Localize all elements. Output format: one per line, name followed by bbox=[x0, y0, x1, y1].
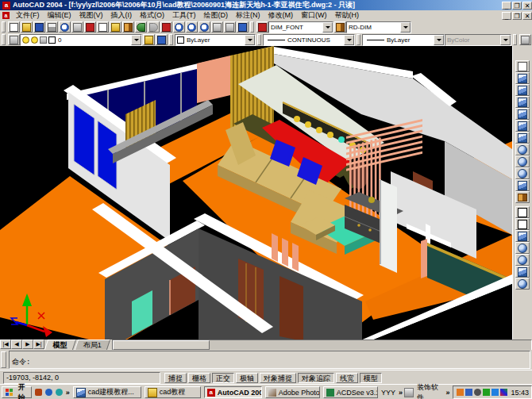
deco-toolbar-chevron[interactable]: » bbox=[444, 389, 451, 397]
layer-combo[interactable]: 0 bbox=[20, 34, 142, 46]
undo-button[interactable] bbox=[135, 21, 147, 33]
ortho-toggle[interactable]: 正交 bbox=[212, 373, 234, 383]
color-combo[interactable]: ByLayer bbox=[175, 34, 256, 46]
pan-realtime-button[interactable] bbox=[160, 21, 172, 33]
toolbar-grip[interactable] bbox=[2, 34, 6, 45]
doc-minimize-button[interactable]: _ bbox=[502, 12, 511, 20]
tray-icon-1[interactable] bbox=[457, 389, 464, 396]
snap-toggle[interactable]: 捕捉 bbox=[164, 373, 187, 383]
tray-icon-4[interactable] bbox=[483, 389, 490, 396]
task-autocad[interactable]: a AutoCAD 200... bbox=[204, 386, 262, 398]
task-cad-modeling[interactable]: cad建模教程... bbox=[73, 386, 141, 398]
front-view-button[interactable] bbox=[515, 120, 530, 132]
doc-restore-button[interactable]: ❐ bbox=[512, 12, 522, 20]
horizontal-scrollbar[interactable] bbox=[112, 340, 532, 351]
dimension-tool-button[interactable] bbox=[519, 34, 531, 45]
match-properties-button[interactable] bbox=[122, 21, 134, 33]
properties-button[interactable] bbox=[211, 21, 223, 33]
chevron-down-icon[interactable] bbox=[322, 22, 333, 33]
designcenter-button[interactable] bbox=[224, 21, 236, 33]
linetype-combo[interactable]: CONTINUOUS bbox=[263, 34, 355, 46]
tab-layout1[interactable]: 布局1 bbox=[75, 340, 110, 350]
tray-icon-6[interactable] bbox=[500, 389, 507, 396]
camera-button[interactable] bbox=[515, 191, 530, 203]
language-indicator[interactable]: YYY bbox=[380, 389, 397, 397]
otrack-toggle[interactable]: 对象追踪 bbox=[298, 373, 334, 383]
menu-insert[interactable]: 插入(I) bbox=[107, 10, 137, 21]
lineweight-combo[interactable]: ByLayer bbox=[362, 34, 445, 46]
top-view-button[interactable] bbox=[515, 72, 530, 84]
polar-toggle[interactable]: 极轴 bbox=[236, 373, 258, 383]
toolbar-grip[interactable] bbox=[513, 34, 517, 45]
task-photoshop[interactable]: Adobe Photo... bbox=[265, 386, 320, 398]
se-isometric-button[interactable] bbox=[515, 155, 530, 167]
start-button[interactable]: 开始 bbox=[2, 386, 32, 398]
toolbar-grip[interactable] bbox=[169, 34, 173, 45]
tray-icon-2[interactable] bbox=[465, 389, 472, 396]
gouraud-shaded-edges-button[interactable] bbox=[515, 278, 530, 290]
tab-model[interactable]: 模型 bbox=[44, 340, 76, 350]
model-paper-toggle[interactable]: 模型 bbox=[360, 373, 382, 383]
close-button[interactable]: ✕ bbox=[522, 2, 532, 10]
layers-dialog-button[interactable] bbox=[8, 34, 20, 45]
ne-isometric-button[interactable] bbox=[515, 167, 530, 179]
task-cad-folder[interactable]: cad教程 bbox=[145, 386, 201, 398]
zoom-previous-button[interactable] bbox=[199, 21, 210, 33]
sw-isometric-button[interactable] bbox=[515, 144, 530, 155]
toolbar-grip[interactable] bbox=[357, 34, 360, 45]
zoom-window-button[interactable] bbox=[186, 21, 198, 33]
hidden-view-button[interactable] bbox=[515, 230, 530, 242]
gouraud-shaded-button[interactable] bbox=[515, 254, 530, 266]
quicklaunch-icon-1[interactable] bbox=[35, 389, 42, 396]
back-view-button[interactable] bbox=[515, 132, 530, 144]
toolbar-grip[interactable] bbox=[2, 21, 6, 33]
menu-tools[interactable]: 工具(T) bbox=[168, 10, 200, 21]
save-button[interactable] bbox=[33, 21, 45, 33]
language-chevron[interactable]: » bbox=[397, 389, 404, 397]
grid-toggle[interactable]: 栅格 bbox=[188, 373, 210, 383]
wireframe-2d-button[interactable] bbox=[515, 206, 530, 218]
publish-button[interactable] bbox=[71, 21, 83, 33]
menu-dimension[interactable]: 标注(N) bbox=[232, 10, 264, 21]
deco-toolbar-label[interactable]: 装饰软件 bbox=[416, 382, 444, 399]
minimize-button[interactable]: _ bbox=[502, 2, 511, 10]
zoom-realtime-button[interactable] bbox=[173, 21, 185, 33]
osnap-toggle[interactable]: 对象捕捉 bbox=[260, 373, 296, 383]
drawing-canvas[interactable] bbox=[0, 46, 512, 340]
task-acdsee[interactable]: ACDSee v3.1... bbox=[323, 386, 378, 398]
chevron-down-icon[interactable] bbox=[344, 35, 354, 45]
text-style-icon[interactable] bbox=[256, 21, 268, 33]
nw-isometric-button[interactable] bbox=[515, 179, 530, 191]
tab-first-button[interactable]: |◀ bbox=[0, 340, 11, 349]
left-view-button[interactable] bbox=[515, 96, 530, 108]
dim-style-icon[interactable] bbox=[334, 21, 346, 33]
dim-style-combo[interactable]: RD-DIM bbox=[346, 21, 411, 33]
toolbar-grip[interactable] bbox=[250, 21, 254, 33]
tab-next-button[interactable]: ▶ bbox=[22, 340, 33, 349]
doc-close-button[interactable]: ✕ bbox=[522, 12, 532, 20]
toolbar-grip[interactable] bbox=[257, 34, 261, 45]
right-view-button[interactable] bbox=[515, 108, 530, 120]
chevron-down-icon[interactable] bbox=[131, 35, 141, 45]
plot-preview-button[interactable] bbox=[59, 21, 71, 33]
chevron-down-icon[interactable] bbox=[245, 35, 255, 45]
plot-button[interactable] bbox=[46, 21, 58, 33]
layer-previous-button[interactable] bbox=[156, 34, 168, 45]
new-button[interactable] bbox=[8, 21, 20, 33]
menu-file[interactable]: 文件(F) bbox=[12, 10, 44, 21]
menu-view[interactable]: 视图(V) bbox=[75, 10, 107, 21]
menu-window[interactable]: 窗口(W) bbox=[297, 10, 331, 21]
quicklaunch-icon-3[interactable] bbox=[56, 389, 63, 396]
menu-modify[interactable]: 修改(M) bbox=[264, 10, 298, 21]
make-object-layer-button[interactable] bbox=[143, 34, 155, 45]
chevron-down-icon[interactable] bbox=[434, 35, 444, 45]
text-style-combo[interactable]: DIM_FONT bbox=[268, 21, 333, 33]
tab-prev-button[interactable]: ◀ bbox=[11, 340, 22, 349]
cut-button[interactable] bbox=[84, 21, 96, 33]
menu-format[interactable]: 格式(O) bbox=[136, 10, 168, 21]
scrollbar-thumb[interactable] bbox=[113, 340, 210, 350]
restore-button[interactable]: ❐ bbox=[512, 2, 522, 10]
tab-last-button[interactable]: ▶| bbox=[33, 340, 44, 349]
redo-button[interactable] bbox=[148, 21, 160, 33]
quicklaunch-chevron[interactable]: » bbox=[64, 389, 71, 397]
